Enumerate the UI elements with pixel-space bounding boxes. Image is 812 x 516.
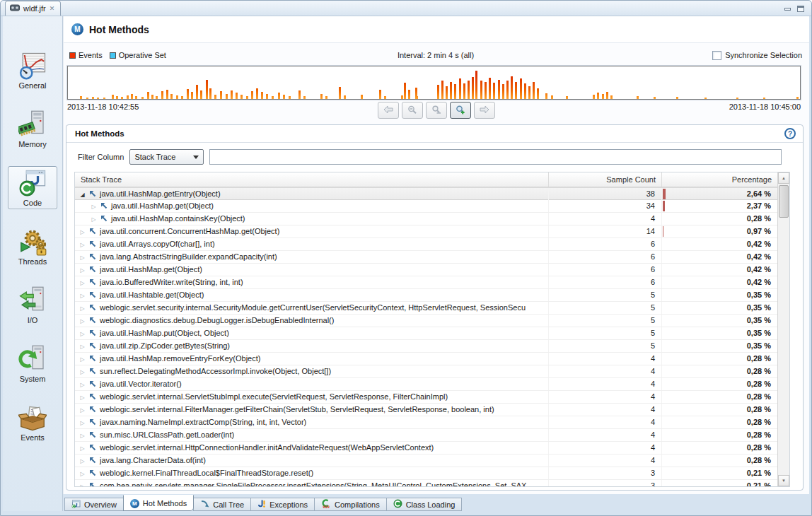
tab-hot-methods[interactable]: M Hot Methods bbox=[123, 495, 194, 511]
expand-toggle-icon[interactable]: ▷ bbox=[77, 392, 88, 403]
help-icon[interactable] bbox=[784, 128, 796, 139]
expand-toggle-icon[interactable]: ▷ bbox=[77, 442, 88, 454]
timeline-bar bbox=[493, 83, 495, 99]
table-row[interactable]: ▷sun.reflect.DelegatingMethodAccessorImp… bbox=[75, 365, 777, 378]
close-icon[interactable]: ✕ bbox=[50, 5, 55, 12]
expand-toggle-icon[interactable]: ▷ bbox=[77, 264, 88, 276]
sync-selection-checkbox[interactable] bbox=[712, 51, 721, 60]
sidebar-item-memory[interactable]: Memory bbox=[8, 107, 57, 151]
sample-count-cell: 4 bbox=[549, 213, 662, 225]
expand-toggle-icon[interactable]: ▷ bbox=[77, 404, 88, 416]
timeline-bar bbox=[266, 94, 268, 99]
tab-class-loading[interactable]: Class Loading bbox=[386, 498, 463, 511]
zoom-in-icon bbox=[456, 105, 465, 116]
tab-exceptions[interactable]: Exceptions bbox=[250, 498, 315, 511]
table-row[interactable]: ▷java.util.HashMap.put(Object, Object) 5… bbox=[75, 327, 777, 340]
sidebar-item-code[interactable]: Code bbox=[8, 166, 57, 209]
maximize-icon[interactable] bbox=[797, 6, 804, 12]
column-header-percentage[interactable]: Percentage bbox=[662, 172, 777, 187]
expand-toggle-icon[interactable]: ▷ bbox=[77, 328, 88, 339]
method-name: weblogic.diagnostics.debug.DebugLogger.i… bbox=[100, 316, 334, 324]
expand-toggle-icon[interactable]: ▷ bbox=[77, 417, 88, 428]
sidebar-item-general[interactable]: General bbox=[8, 49, 57, 92]
table-row[interactable]: ▷java.lang.CharacterData.of(int) 4 0,28 … bbox=[75, 455, 777, 467]
table-row[interactable]: ▷com.bea.netuix.servlets.manager.SingleF… bbox=[75, 480, 777, 486]
expand-toggle-icon[interactable]: ▷ bbox=[77, 290, 88, 301]
forward-arrow-button[interactable] bbox=[474, 102, 495, 119]
minimize-icon[interactable] bbox=[784, 8, 791, 11]
table-row[interactable]: ▷java.lang.AbstractStringBuilder.expandC… bbox=[75, 251, 777, 264]
table-row[interactable]: ▷java.util.HashMap.get(Object) 6 0,42 % bbox=[75, 264, 777, 276]
table-row[interactable]: ▷sun.misc.URLClassPath.getLoader(int) 4 … bbox=[75, 429, 777, 442]
expand-toggle-icon[interactable]: ▷ bbox=[77, 481, 88, 486]
expand-toggle-icon[interactable]: ▷ bbox=[77, 303, 88, 314]
expand-toggle-icon[interactable]: ▷ bbox=[77, 430, 88, 441]
expand-toggle-icon[interactable]: ▷ bbox=[88, 201, 99, 212]
scrollbar-thumb[interactable] bbox=[779, 185, 789, 218]
table-row[interactable]: ▷java.util.Hashtable.get(Object) 5 0,35 … bbox=[75, 289, 777, 302]
table-row[interactable]: ▷java.util.Arrays.copyOf(char[], int) 6 … bbox=[75, 238, 777, 251]
percentage-cell: 0,35 % bbox=[662, 302, 777, 314]
timeline-bar bbox=[80, 96, 82, 99]
sample-count-cell: 6 bbox=[549, 264, 662, 276]
expand-toggle-icon[interactable]: ▷ bbox=[77, 455, 88, 467]
sidebar-item-events[interactable]: Events bbox=[8, 401, 57, 444]
expand-toggle-icon[interactable]: ▷ bbox=[77, 315, 88, 327]
table-row[interactable]: ▷javax.naming.NameImpl.extractComp(Strin… bbox=[75, 416, 777, 429]
expand-toggle-icon[interactable]: ◢ bbox=[77, 189, 88, 200]
column-header-stack-trace[interactable]: Stack Trace bbox=[75, 172, 549, 187]
timeline-bar bbox=[236, 93, 238, 99]
scroll-down-icon[interactable]: ▼ bbox=[778, 475, 789, 486]
sidebar-item-i-o[interactable]: I/O bbox=[8, 283, 57, 327]
back-arrow-button[interactable] bbox=[378, 102, 399, 119]
table-row[interactable]: ▷weblogic.servlet.internal.FilterManager… bbox=[75, 404, 777, 416]
expand-toggle-icon[interactable]: ▷ bbox=[88, 213, 99, 225]
zoom-in-button[interactable] bbox=[450, 102, 471, 119]
table-row[interactable]: ▷weblogic.servlet.security.internal.Secu… bbox=[75, 302, 777, 315]
expand-toggle-icon[interactable]: ▷ bbox=[77, 239, 88, 250]
sidebar-item-threads[interactable]: Threads bbox=[8, 225, 57, 268]
sidebar-item-system[interactable]: System bbox=[8, 342, 57, 385]
table-row[interactable]: ▷weblogic.kernel.FinalThreadLocal$FinalT… bbox=[75, 467, 777, 480]
method-icon bbox=[89, 442, 97, 454]
method-name: com.bea.netuix.servlets.manager.SingleFi… bbox=[100, 481, 526, 486]
timeline-bar bbox=[384, 96, 386, 99]
zoom-selection-button[interactable] bbox=[426, 102, 447, 119]
method-name: java.lang.AbstractStringBuilder.expandCa… bbox=[100, 252, 277, 261]
table-row[interactable]: ▷weblogic.diagnostics.debug.DebugLogger.… bbox=[75, 315, 777, 327]
table-row[interactable]: ▷weblogic.servlet.internal.ServletStubIm… bbox=[75, 391, 777, 404]
table-row[interactable]: ▷java.util.HashMap.get(Object) 34 2,37 % bbox=[75, 200, 777, 213]
percentage-cell: 2,37 % bbox=[662, 200, 777, 212]
table-row[interactable]: ▷java.util.Vector.iterator() 4 0,28 % bbox=[75, 378, 777, 391]
table-row[interactable]: ▷java.util.zip.ZipCoder.getBytes(String)… bbox=[75, 340, 777, 353]
timeline-bar bbox=[103, 98, 105, 99]
sample-count-cell: 5 bbox=[549, 327, 662, 339]
expand-toggle-icon[interactable]: ▷ bbox=[77, 341, 88, 352]
expand-toggle-icon[interactable]: ▷ bbox=[77, 252, 88, 263]
zoom-out-button[interactable] bbox=[402, 102, 423, 119]
expand-toggle-icon[interactable]: ▷ bbox=[77, 468, 88, 479]
scroll-up-icon[interactable]: ▲ bbox=[778, 172, 789, 184]
timeline-end-time: 2013-11-18 10:45:00 bbox=[729, 102, 801, 112]
filter-column-dropdown[interactable]: Stack Trace bbox=[129, 149, 204, 165]
tab-overview[interactable]: Overview bbox=[64, 498, 124, 511]
expand-toggle-icon[interactable]: ▷ bbox=[77, 226, 88, 238]
table-row[interactable]: ▷java.io.BufferedWriter.write(String, in… bbox=[75, 276, 777, 289]
table-row[interactable]: ▷java.util.concurrent.ConcurrentHashMap.… bbox=[75, 225, 777, 238]
filter-text-input[interactable] bbox=[209, 149, 782, 165]
table-row[interactable]: ▷weblogic.servlet.internal.HttpConnectio… bbox=[75, 442, 777, 455]
table-row[interactable]: ▷java.util.HashMap.removeEntryForKey(Obj… bbox=[75, 353, 777, 365]
events-timeline-chart[interactable] bbox=[67, 66, 801, 100]
expand-toggle-icon[interactable]: ▷ bbox=[77, 379, 88, 390]
legend-item: Operative Set bbox=[110, 51, 166, 59]
vertical-scrollbar[interactable]: ▲ ▼ bbox=[777, 172, 789, 486]
table-row[interactable]: ▷java.util.HashMap.containsKey(Object) 4… bbox=[75, 213, 777, 225]
column-header-sample-count[interactable]: Sample Count bbox=[549, 172, 662, 187]
table-row[interactable]: ◢java.util.HashMap.getEntry(Object) 38 2… bbox=[75, 187, 777, 200]
expand-toggle-icon[interactable]: ▷ bbox=[77, 277, 88, 288]
expand-toggle-icon[interactable]: ▷ bbox=[77, 353, 88, 365]
expand-toggle-icon[interactable]: ▷ bbox=[77, 366, 88, 377]
tab-compilations[interactable]: 010 Compilations bbox=[314, 498, 387, 511]
tab-call-tree[interactable]: Call Tree bbox=[193, 498, 251, 511]
editor-tab-wldf[interactable]: wldf.jfr ✕ bbox=[5, 1, 61, 16]
